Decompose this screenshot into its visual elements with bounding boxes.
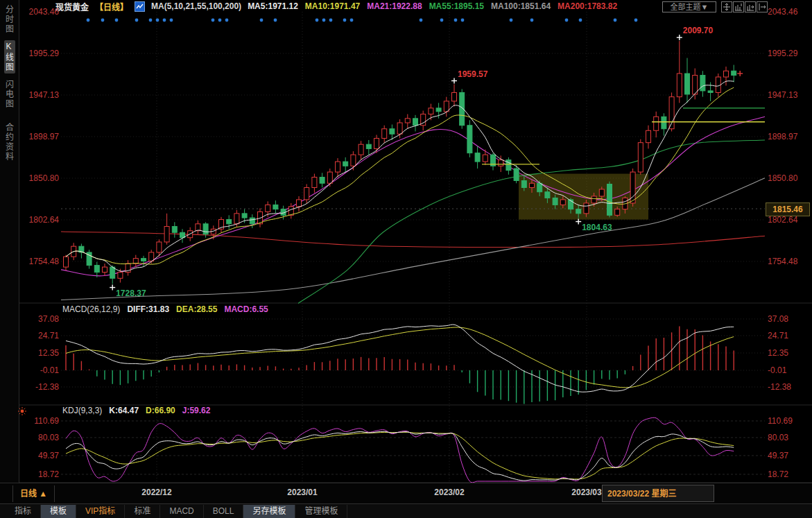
kdj-j-line — [66, 417, 734, 483]
month-label-1: 2022/12 — [132, 487, 181, 497]
kdj-legend-item-0: K:64.47 — [109, 406, 139, 415]
kdj-legend-item-2: J:59.62 — [182, 406, 211, 415]
bottom-toolbar: 指标模板VIP指标标准MACDBOLL另存模板管理模板 — [0, 503, 812, 518]
ma-legend-item-1: MA10:1971.47 — [305, 1, 360, 11]
ma-legend-item-4: MA100:1851.64 — [491, 1, 551, 11]
axis-label: 1754.48 — [768, 257, 797, 266]
sidebar-tab-2[interactable]: K线图 — [4, 40, 15, 74]
ma-legend-item-0: MA5:1971.12 — [248, 1, 298, 11]
period-title: 【日线】 — [95, 1, 128, 12]
kline-icon[interactable] — [135, 1, 145, 12]
toolbar-item-2[interactable]: 模板 — [41, 505, 76, 518]
macd-header: MACD(26,12,9) DIFF:31.83DEA:28.55MACD:6.… — [62, 304, 268, 314]
axis-label: 1754.48 — [23, 257, 59, 266]
sidebar-tab-3[interactable]: 闪电图 — [4, 78, 15, 110]
kdj-lines — [66, 417, 734, 483]
axis-label: 1995.29 — [768, 49, 797, 58]
ma-legend-item-5: MA200:1783.82 — [558, 1, 617, 11]
ma-legend-item-2: MA21:1922.88 — [367, 1, 422, 11]
date-axis-row: 日线 ▲ 2022/122023/012023/022023/03 2023/0… — [0, 483, 812, 504]
toolbar-item-8[interactable]: 管理模板 — [295, 505, 347, 518]
page-forward-icon[interactable] — [757, 1, 768, 12]
macd-legend-item-0: DIFF:31.83 — [127, 304, 169, 314]
price-annotation-low-dec: 1728.37 — [116, 288, 146, 298]
toolbar-item-3[interactable]: VIP指标 — [76, 505, 125, 518]
month-label-2: 2023/01 — [278, 487, 327, 497]
macd-diff-line — [66, 325, 734, 392]
axis-label: 1850.80 — [768, 173, 797, 183]
add-indicator-pane-icon[interactable] — [733, 1, 744, 12]
axis-label: 80.03 — [768, 433, 788, 442]
axis-label: 1898.97 — [768, 132, 797, 141]
axis-label: 49.37 — [768, 451, 788, 460]
cursor-price-label: 1815.46 — [766, 202, 810, 216]
remove-indicator-pane-icon[interactable] — [745, 1, 756, 12]
kdj-legend-item-1: D:66.90 — [146, 406, 175, 415]
axis-label: 1995.29 — [23, 49, 59, 58]
axis-label: 2043.46 — [23, 7, 59, 17]
price-annotation-peak-feb: 1959.57 — [458, 69, 487, 79]
kdj-header: KDJ(9,3,3) K:64.47D:66.90J:59.62 — [62, 406, 210, 415]
axis-label: 2043.46 — [768, 7, 797, 17]
macd-histogram — [66, 327, 734, 404]
axis-label: 1802.64 — [23, 215, 59, 225]
macd-legend-item-2: MACD:6.55 — [224, 304, 268, 314]
axis-label: 49.37 — [23, 451, 59, 460]
ma-legend-item-3: MA55:1895.15 — [429, 1, 484, 11]
chart-canvas[interactable] — [0, 0, 812, 518]
axis-label: 18.72 — [768, 469, 788, 479]
axis-label: 110.69 — [768, 416, 793, 426]
axis-label: -12.38 — [768, 382, 791, 392]
axis-label: 12.35 — [23, 348, 59, 358]
axis-label: 1947.13 — [23, 90, 59, 100]
sidebar: 分时图K线图闪电图合约资料 — [0, 0, 19, 483]
toolbar-item-4[interactable]: 标准 — [125, 505, 160, 518]
axis-label: 37.08 — [23, 314, 59, 324]
current-date-label: 2023/03/22 星期三 — [602, 485, 714, 502]
alert-icon[interactable] — [18, 406, 26, 414]
month-label-3: 2023/02 — [425, 487, 474, 497]
axis-label: 37.08 — [768, 314, 788, 324]
axis-label: 1947.13 — [768, 90, 797, 100]
axis-label: -0.01 — [768, 365, 786, 375]
period-selector[interactable]: 日线 ▲ — [12, 485, 55, 502]
axis-label: -0.01 — [23, 365, 59, 375]
chart-header: 现货黄金 【日线】 MA(5,10,21,55,100,200) MA5:197… — [55, 1, 617, 12]
toolbar-item-7[interactable]: 另存模板 — [243, 505, 295, 518]
ma-group-label: MA(5,10,21,55,100,200) — [151, 1, 241, 11]
kdj-title: KDJ(9,3,3) — [62, 406, 102, 415]
toolbar-item-1[interactable]: 指标 — [6, 505, 41, 518]
price-annotation-peak-mar: 2009.70 — [683, 26, 713, 35]
axis-label: 24.71 — [23, 331, 59, 340]
macd-title: MACD(26,12,9) — [62, 304, 120, 314]
axis-label: 12.35 — [768, 348, 788, 358]
toolbar-item-5[interactable]: MACD — [160, 505, 203, 518]
axis-label: 1802.64 — [768, 215, 797, 225]
symbol-title: 现货黄金 — [55, 1, 89, 12]
theme-select-button[interactable]: 全部主题▼ — [662, 1, 716, 12]
kdj-k-line — [66, 431, 734, 481]
event-dots — [87, 19, 638, 22]
trading-app-window: 分时图K线图闪电图合约资料 现货黄金 【日线】 MA(5,10,21,55,10… — [0, 0, 812, 518]
axis-label: 80.03 — [23, 433, 59, 442]
axis-label: 18.72 — [23, 469, 59, 479]
toolbar-item-6[interactable]: BOLL — [204, 505, 244, 518]
crosshair-icon[interactable] — [721, 1, 732, 12]
candles-layer — [64, 41, 736, 284]
ma-legend: MA5:1971.12MA10:1971.47MA21:1922.88MA55:… — [248, 1, 617, 11]
axis-label: -12.38 — [23, 382, 59, 392]
axis-label: 1850.80 — [23, 173, 59, 183]
sidebar-tab-1[interactable]: 分时图 — [4, 3, 15, 35]
macd-dea-line — [66, 327, 734, 388]
ma21-line — [61, 116, 765, 276]
axis-label: 24.71 — [768, 331, 788, 340]
axis-label: 1898.97 — [23, 132, 59, 141]
sidebar-tab-4[interactable]: 合约资料 — [4, 121, 15, 163]
macd-legend-item-1: DEA:28.55 — [176, 304, 217, 314]
price-annotation-low-mar: 1804.63 — [582, 223, 612, 232]
axis-label: 110.69 — [23, 416, 59, 426]
